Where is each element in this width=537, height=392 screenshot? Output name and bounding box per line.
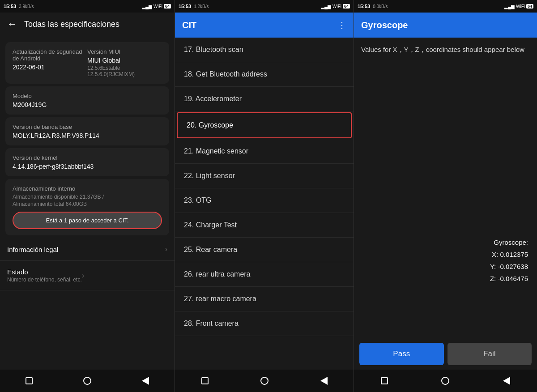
cit-item-19[interactable]: 19. Accelerometer [175, 87, 354, 111]
gyro-content: Values for X，Y，Z，coordinates should appe… [354, 38, 537, 338]
spec-label-storage: Almacenamiento interno [13, 185, 162, 192]
back-icon-p1 [142, 377, 149, 385]
spec-value-modelo: M2004J19G [13, 101, 162, 108]
nav-home-button-p3[interactable] [437, 373, 453, 389]
gyro-label: Gyroscope: [490, 236, 528, 248]
recents-icon-p2 [201, 377, 209, 384]
status-network-p3: 0.0kB/s [373, 4, 388, 9]
spec-label-miui: Versión MIUI [87, 48, 162, 55]
cit-item-25[interactable]: 25. Rear camera [175, 238, 354, 262]
gyro-values: Gyroscope: X: 0.012375 Y: -0.027638 Z: -… [490, 236, 528, 285]
status-time-p2: 15:53 [179, 4, 191, 9]
spec-col-miui: Versión MIUI MIUI Global 12.5.6Estable12… [87, 48, 162, 77]
status-bar-panel1: 15:53 3.9kB/s ▂▄▆ WiFi 64 [0, 0, 175, 13]
panel-cit: 15:53 1.2kB/s ▂▄▆ WiFi 64 CIT ⋮ 17. Blue… [175, 0, 354, 392]
bottom-nav-p2 [175, 370, 354, 392]
cit-item-24[interactable]: 24. Charger Test [175, 213, 354, 238]
wifi-icon-p2: WiFi [332, 4, 341, 9]
spec-value-storage-available: Almacenamiento disponible 21.37GB / [13, 194, 162, 200]
battery-icon-p1: 64 [164, 4, 171, 9]
back-button-p1[interactable]: ← [7, 18, 17, 30]
bottom-nav-p1 [0, 370, 175, 392]
page-title-p1: Todas las especificaciones [24, 20, 119, 29]
nav-back-button-p1[interactable] [137, 373, 153, 389]
nav-arrow-info-legal: › [165, 245, 167, 253]
cit-item-27[interactable]: 27. rear macro camera [175, 287, 354, 311]
cit-item-18[interactable]: 18. Get Bluetooth address [175, 62, 354, 87]
cit-menu-icon[interactable]: ⋮ [337, 20, 346, 30]
battery-icon-p3: 64 [526, 4, 533, 9]
spec-section-banda: Versión de banda base MOLY.LR12A.R3.MP.V… [5, 117, 169, 145]
cit-item-20[interactable]: 20. Gyroscope [177, 112, 352, 138]
spec-section-storage: Almacenamiento interno Almacenamiento di… [5, 179, 169, 235]
cit-item-26[interactable]: 26. rear ultra camera [175, 262, 354, 287]
gyro-z: Z: -0.046475 [490, 273, 528, 285]
spec-label-kernel: Versión de kernel [13, 154, 162, 161]
gyro-app-title: Gyroscope [361, 20, 408, 30]
pass-button[interactable]: Pass [359, 343, 444, 365]
panel-gyroscope: 15:53 0.0kB/s ▂▄▆ WiFi 64 Gyroscope Valu… [354, 0, 537, 392]
gyro-x: X: 0.012375 [490, 248, 528, 260]
nav-back-button-p3[interactable] [499, 373, 515, 389]
cit-app-title: CIT [182, 20, 332, 30]
nav-home-button-p2[interactable] [256, 373, 273, 389]
spec-value-storage-total: Almacenamiento total 64.00GB [13, 201, 162, 207]
status-bar-panel3: 15:53 0.0kB/s ▂▄▆ WiFi 64 [354, 0, 537, 13]
status-network-p1: 3.9kB/s [19, 4, 34, 9]
nav-recents-button-p3[interactable] [376, 373, 392, 389]
spec-value-kernel: 4.14.186-perf-g8f31abbbf143 [13, 163, 162, 170]
back-icon-p3 [503, 377, 510, 385]
nav-arrow-estado: › [82, 272, 84, 280]
status-icons-p2: ▂▄▆ WiFi 64 [321, 4, 350, 9]
nav-item-info-legal[interactable]: Información legal › [0, 238, 175, 261]
status-icons-p3: ▂▄▆ WiFi 64 [504, 4, 533, 9]
signal-icon-p3: ▂▄▆ [504, 4, 515, 9]
spec-section-android-miui: Actualización de seguridad de Android 20… [5, 42, 169, 84]
status-bar-panel2: 15:53 1.2kB/s ▂▄▆ WiFi 64 [175, 0, 354, 13]
nav-recents-button-p1[interactable] [21, 373, 37, 389]
back-icon-p2 [320, 377, 328, 385]
cit-toast[interactable]: Está a 1 paso de acceder a CIT. [13, 212, 162, 229]
cit-item-22[interactable]: 22. Light sensor [175, 164, 354, 188]
gyro-y: Y: -0.027638 [490, 260, 528, 273]
cit-item-17[interactable]: 17. Bluetooth scan [175, 38, 354, 62]
home-icon-p3 [441, 377, 449, 385]
recents-icon-p1 [26, 377, 33, 384]
spec-value-banda: MOLY.LR12A.R3.MP.V98.P114 [13, 132, 162, 139]
home-icon-p1 [83, 377, 91, 385]
spec-list: Actualización de seguridad de Android 20… [0, 36, 175, 370]
wifi-icon: WiFi [153, 4, 162, 9]
recents-icon-p3 [381, 377, 388, 384]
status-network-p2: 1.2kB/s [194, 4, 209, 9]
gyro-header: Gyroscope [354, 13, 537, 38]
cit-header: CIT ⋮ [175, 13, 354, 38]
nav-sub-estado: Número de teléfono, señal, etc. [7, 277, 82, 283]
gyro-action-buttons: Pass Fail [354, 338, 537, 370]
spec-value-miui: MIUI Global [87, 57, 162, 64]
status-icons-p1: ▂▄▆ WiFi 64 [142, 4, 171, 9]
cit-list: 17. Bluetooth scan 18. Get Bluetooth add… [175, 38, 354, 370]
bottom-nav-p3 [354, 370, 537, 392]
cit-item-23[interactable]: 23. OTG [175, 188, 354, 213]
nav-label-info-legal: Información legal [7, 246, 165, 253]
spec-label-banda: Versión de banda base [13, 124, 162, 130]
cit-item-28[interactable]: 28. Front camera [175, 311, 354, 336]
top-bar-p1: ← Todas las especificaciones [0, 13, 175, 36]
cit-item-21[interactable]: 21. Magnetic sensor [175, 139, 354, 164]
home-icon-p2 [260, 377, 268, 385]
spec-label-modelo: Modelo [13, 93, 162, 99]
signal-icon: ▂▄▆ [142, 4, 152, 9]
nav-recents-button-p2[interactable] [197, 373, 213, 389]
nav-back-button-p2[interactable] [316, 373, 332, 389]
spec-section-kernel: Versión de kernel 4.14.186-perf-g8f31abb… [5, 148, 169, 176]
nav-home-button-p1[interactable] [79, 373, 95, 389]
fail-button[interactable]: Fail [448, 343, 532, 365]
status-time-p3: 15:53 [358, 4, 370, 9]
spec-sub-miui: 12.5.6Estable12.5.6.0(RJCMIXM) [87, 65, 162, 77]
nav-item-estado[interactable]: Estado Número de teléfono, señal, etc. › [0, 261, 175, 290]
spec-section-modelo: Modelo M2004J19G [5, 86, 169, 115]
wifi-icon-p3: WiFi [516, 4, 525, 9]
battery-icon-p2: 64 [343, 4, 350, 9]
panel-specifications: 15:53 3.9kB/s ▂▄▆ WiFi 64 ← Todas las es… [0, 0, 175, 392]
signal-icon-p2: ▂▄▆ [321, 4, 331, 9]
